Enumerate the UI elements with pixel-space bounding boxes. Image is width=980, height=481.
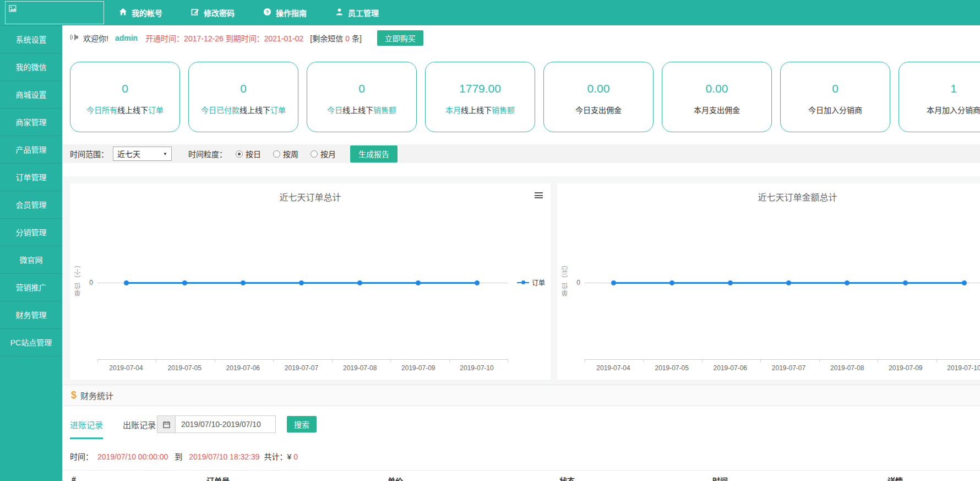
sidebar-item-营销推广[interactable]: 营销推广 xyxy=(0,274,62,301)
sidebar-item-财务管理[interactable]: 财务管理 xyxy=(0,301,62,329)
radio-label: 按月 xyxy=(320,148,336,159)
data-point xyxy=(903,280,908,285)
legend-item[interactable]: 订单 xyxy=(517,278,545,287)
dollar-icon: $ xyxy=(71,390,77,401)
username: admin xyxy=(115,34,138,42)
sidebar-item-系统设置[interactable]: 系统设置 xyxy=(0,26,62,53)
radio-unchecked-icon[interactable] xyxy=(273,150,280,158)
buy-now-button[interactable]: 立即购买 xyxy=(377,30,423,46)
stat-value: 0 xyxy=(307,82,416,95)
stat-label-segment: 今日加入分销商 xyxy=(808,106,862,115)
menu-staff[interactable]: 员工管理 xyxy=(335,7,379,18)
data-point xyxy=(728,280,733,285)
stat-card: 0今日线上线下销售额 xyxy=(307,62,417,132)
tab-出账记录[interactable]: 出账记录 xyxy=(123,419,156,439)
orders-chart-panel: 近七天订单总计 单位（个） 0 2019-07-042019-07-052019… xyxy=(70,183,551,380)
stat-label-segment: 订单 xyxy=(270,106,286,115)
x-axis-tick xyxy=(215,359,215,362)
sidebar-item-我的微信[interactable]: 我的微信 xyxy=(0,53,62,81)
stat-label-segment: 本月 xyxy=(445,106,461,115)
x-axis-tick xyxy=(156,359,156,362)
menu-guide[interactable]: ? 操作指南 xyxy=(263,7,307,18)
table-header-状态: 状态 xyxy=(559,475,575,481)
stat-card: 0今日所有线上线下订单 xyxy=(70,62,180,132)
x-axis-tick xyxy=(449,359,450,362)
sidebar-item-商城设置[interactable]: 商城设置 xyxy=(0,81,62,109)
welcome-bar: 欢迎你! admin 开通时间：2017-12-26 到期时间：2021-01-… xyxy=(62,25,980,51)
x-axis-label: 2019-07-07 xyxy=(764,364,814,372)
data-point xyxy=(845,280,850,285)
x-axis-label: 2019-07-05 xyxy=(647,364,696,372)
x-axis-tick xyxy=(97,359,98,362)
time-start: 2019/07/10 00:00:00 xyxy=(97,452,168,461)
x-axis-label: 2019-07-04 xyxy=(589,364,638,372)
stat-label: 今日已付款线上线下订单 xyxy=(189,104,298,115)
staff-icon xyxy=(335,8,344,18)
x-axis-label: 2019-07-04 xyxy=(101,364,151,372)
x-axis-line xyxy=(97,359,508,360)
menu-my-account[interactable]: 我的帐号 xyxy=(119,7,162,18)
x-axis-tick xyxy=(937,359,937,362)
generate-report-button[interactable]: 生成报告 xyxy=(350,145,398,163)
sidebar-item-商家管理[interactable]: 商家管理 xyxy=(0,109,62,136)
stat-value: 1779.00 xyxy=(426,82,535,95)
x-axis-tick xyxy=(332,359,333,362)
sidebar-item-订单管理[interactable]: 订单管理 xyxy=(0,164,62,191)
data-point xyxy=(475,280,480,285)
radio-option-按周[interactable]: 按周 xyxy=(273,148,298,159)
radio-unchecked-icon[interactable] xyxy=(311,150,318,158)
sidebar-item-产品管理[interactable]: 产品管理 xyxy=(0,136,62,164)
stat-label-segment: 今日 xyxy=(327,106,342,115)
x-axis-label: 2019-07-10 xyxy=(452,364,502,372)
data-point xyxy=(124,280,129,285)
menu-label: 员工管理 xyxy=(348,7,379,18)
finance-section-header: $ 财务统计 xyxy=(62,385,980,406)
main-content: 欢迎你! admin 开通时间：2017-12-26 到期时间：2021-01-… xyxy=(62,25,980,481)
time-range-select[interactable]: 近七天 ▼ xyxy=(113,147,172,161)
broken-image-icon xyxy=(9,4,17,14)
data-point xyxy=(241,280,246,285)
stat-card: 1本月加入分销商 xyxy=(899,62,980,132)
tab-进账记录[interactable]: 进账记录 xyxy=(70,419,103,439)
help-icon: ? xyxy=(263,8,271,18)
stat-label-segment: 今日支出佣金 xyxy=(575,106,622,115)
stat-value: 0 xyxy=(70,82,179,95)
radio-option-按月[interactable]: 按月 xyxy=(311,148,336,159)
radio-checked-icon[interactable] xyxy=(236,150,243,158)
stat-label: 今日支出佣金 xyxy=(544,104,653,115)
radio-option-按日[interactable]: 按日 xyxy=(236,148,261,159)
finance-tabs: 进账记录出账记录 xyxy=(70,419,156,439)
stat-card: 0今日已付款线上线下订单 xyxy=(188,62,298,132)
x-axis-label: 2019-07-09 xyxy=(881,364,930,372)
x-axis-label: 2019-07-09 xyxy=(394,364,443,372)
sidebar-item-分销管理[interactable]: 分销管理 xyxy=(0,219,62,246)
finance-title: 财务统计 xyxy=(80,390,113,401)
search-button[interactable]: 搜索 xyxy=(287,416,317,433)
stat-label-segment: 销售额 xyxy=(373,106,396,115)
date-range-group xyxy=(157,415,276,433)
x-axis-tick xyxy=(760,359,761,362)
granularity-radio-group: 按日按周按月 xyxy=(236,148,336,159)
x-axis-tick xyxy=(878,359,878,362)
x-axis-tick xyxy=(508,359,508,362)
data-point xyxy=(669,280,674,285)
sidebar-item-微官网[interactable]: 微官网 xyxy=(0,246,62,274)
svg-text:?: ? xyxy=(266,9,269,15)
sidebar-item-PC站点管理[interactable]: PC站点管理 xyxy=(0,329,62,356)
table-header-时间: 时间 xyxy=(712,475,728,481)
stat-card: 1779.00本月线上线下销售额 xyxy=(425,62,535,132)
legend-line-icon xyxy=(517,282,529,283)
time-range-label: 时间范围： xyxy=(70,148,108,159)
sidebar-item-会员管理[interactable]: 会员管理 xyxy=(0,191,62,219)
menu-change-password[interactable]: 修改密码 xyxy=(191,7,235,18)
date-range-input[interactable] xyxy=(176,415,276,433)
x-axis-tick xyxy=(273,359,274,362)
chevron-down-icon: ▼ xyxy=(163,152,167,156)
table-header-index: # xyxy=(72,475,76,481)
to-label: 到 xyxy=(175,452,182,461)
stat-card: 0今日加入分销商 xyxy=(780,62,890,132)
radio-label: 按日 xyxy=(246,148,261,159)
edit-icon xyxy=(191,8,199,18)
data-point xyxy=(786,280,791,285)
stat-label-segment: 今日所有 xyxy=(86,106,117,115)
